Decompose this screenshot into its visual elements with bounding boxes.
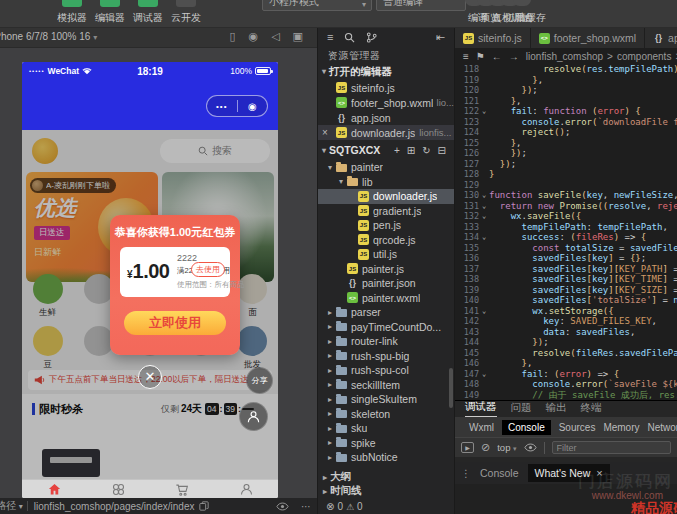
more-tools-icon[interactable] bbox=[461, 468, 471, 479]
tab-profile[interactable] bbox=[214, 482, 278, 497]
collapse-all-icon[interactable] bbox=[438, 145, 446, 156]
clear-console-icon[interactable] bbox=[481, 441, 490, 454]
tree-item-router-link[interactable]: ▸router-link bbox=[318, 334, 454, 349]
path-mode-dropdown[interactable]: 路径 bbox=[0, 499, 23, 513]
tree-item-subNotice[interactable]: ▸subNotice bbox=[318, 450, 454, 465]
debugger-tab-调试器[interactable]: 调试器 bbox=[465, 400, 497, 417]
window-icon[interactable] bbox=[293, 30, 303, 43]
customer-service-fab[interactable] bbox=[239, 402, 268, 431]
debugger-tab-输出[interactable]: 输出 bbox=[546, 401, 567, 417]
tree-item-spike[interactable]: ▸spike bbox=[318, 436, 454, 451]
tree-item-gradient.js[interactable]: JSgradient.js bbox=[318, 204, 454, 219]
more-icon[interactable] bbox=[301, 501, 311, 512]
more-menu-icon[interactable] bbox=[207, 102, 237, 111]
fold-icon[interactable]: ⌄ bbox=[479, 190, 489, 201]
eye-icon[interactable] bbox=[276, 502, 289, 511]
tree-item-qrcode.js[interactable]: JSqrcode.js bbox=[318, 233, 454, 248]
devtools-tab-console[interactable]: Console bbox=[502, 420, 551, 435]
open-editor-app.json[interactable]: {}app.json bbox=[318, 110, 454, 125]
context-selector[interactable]: top bbox=[497, 442, 516, 453]
toolbar-button-simulator[interactable]: 模拟器 bbox=[55, 0, 89, 28]
device-selector[interactable]: iPhone 6/7/8 100% 16 bbox=[0, 31, 97, 42]
use-now-button[interactable]: 立即使用 bbox=[124, 311, 226, 335]
problems-status[interactable]: 0 0 bbox=[318, 499, 454, 514]
share-fab[interactable]: 分享 bbox=[246, 367, 273, 394]
new-file-icon[interactable] bbox=[394, 145, 400, 156]
fold-icon[interactable]: ⌄ bbox=[479, 106, 489, 117]
open-editor-siteinfo.js[interactable]: JSsiteinfo.js bbox=[318, 80, 454, 95]
console-drawer-tab[interactable]: Console bbox=[480, 467, 519, 479]
code-area[interactable]: 118 resolve(res.tempFilePath);119 },120 … bbox=[455, 64, 677, 400]
tree-item-downloader.js[interactable]: JSdownloader.js bbox=[318, 189, 454, 204]
new-folder-icon[interactable] bbox=[407, 145, 415, 156]
editor-tab-footer_shop.wxml[interactable]: <>footer_shop.wxml bbox=[531, 28, 645, 48]
mode-dropdown[interactable]: 小程序模式 bbox=[262, 0, 372, 11]
refresh-icon[interactable] bbox=[422, 145, 430, 156]
tree-item-painter[interactable]: ▾painter bbox=[318, 160, 454, 175]
bookmark-icon[interactable] bbox=[476, 51, 485, 62]
tab-category[interactable] bbox=[86, 482, 150, 497]
fold-icon[interactable]: ⌄ bbox=[479, 232, 489, 243]
go-use-button[interactable]: 去使用 bbox=[191, 262, 225, 277]
tree-item-painter.json[interactable]: {}painter.json bbox=[318, 276, 454, 291]
compile-dropdown[interactable]: 普通编译 bbox=[376, 0, 466, 11]
exit-icon[interactable] bbox=[238, 101, 268, 112]
toolbar-button-editor[interactable]: 编辑器 bbox=[93, 0, 127, 28]
collapse-panel-icon[interactable] bbox=[436, 31, 445, 44]
editor-tab-app.json[interactable]: {}app.json bbox=[645, 28, 677, 48]
toolbar-button-debugger[interactable]: 调试器 bbox=[131, 0, 165, 28]
tree-item-skeleton[interactable]: ▸skeleton bbox=[318, 407, 454, 422]
fold-icon[interactable]: ⌄ bbox=[479, 306, 489, 317]
tree-item-painter.wxml[interactable]: <>painter.wxml bbox=[318, 291, 454, 306]
debugger-tab-问题[interactable]: 问题 bbox=[511, 401, 532, 417]
console-sidebar-icon[interactable] bbox=[461, 442, 474, 453]
open-editors-header[interactable]: 打开的编辑器 bbox=[318, 64, 454, 79]
tab-cart[interactable] bbox=[150, 482, 214, 497]
breadcrumb-segment[interactable]: lionfish_comshop bbox=[526, 51, 603, 62]
sound-icon[interactable] bbox=[271, 30, 279, 43]
breadcrumb-segment[interactable]: components bbox=[617, 51, 671, 62]
popup-close-button[interactable] bbox=[138, 365, 162, 389]
editor-tab-siteinfo.js[interactable]: JSsiteinfo.js bbox=[455, 28, 531, 48]
back-icon[interactable] bbox=[492, 51, 502, 62]
tree-item-seckillItem[interactable]: ▸seckillItem bbox=[318, 378, 454, 393]
open-editor-downloader.js[interactable]: ×JSdownloader.jslionfis... bbox=[318, 125, 454, 140]
console-filter-input[interactable] bbox=[552, 441, 671, 454]
record-icon[interactable] bbox=[249, 30, 259, 43]
forward-icon[interactable] bbox=[509, 51, 519, 62]
fold-icon[interactable]: ⌄ bbox=[479, 211, 489, 222]
tree-item-payTimeCountDo...[interactable]: ▸payTimeCountDo... bbox=[318, 320, 454, 335]
timeline-section[interactable]: 时间线 bbox=[318, 484, 454, 498]
copy-icon[interactable] bbox=[199, 501, 209, 511]
tree-item-rush-spu-col[interactable]: ▸rush-spu-col bbox=[318, 363, 454, 378]
open-editor-footer_shop.wxml[interactable]: <>footer_shop.wxmllio... bbox=[318, 95, 454, 110]
project-header[interactable]: SQTGXCX bbox=[318, 142, 454, 158]
fold-icon[interactable]: ⌄ bbox=[479, 369, 489, 380]
explorer-scrollbar[interactable] bbox=[449, 368, 453, 408]
devtools-tab-wxml[interactable]: Wxml bbox=[469, 422, 494, 433]
tree-item-singleSkuItem[interactable]: ▸singleSkuItem bbox=[318, 392, 454, 407]
eye-icon[interactable] bbox=[524, 443, 537, 452]
debugger-tab-终端[interactable]: 终端 bbox=[581, 401, 602, 417]
outline-section[interactable]: 大纲 bbox=[318, 470, 454, 484]
toolbar-button-clear-cache[interactable]: 清缓存 bbox=[516, 0, 528, 28]
devtools-tab-network[interactable]: Network bbox=[648, 422, 677, 433]
tree-item-sku[interactable]: ▸sku bbox=[318, 421, 454, 436]
list-icon[interactable] bbox=[463, 51, 469, 62]
devtools-tab-sources[interactable]: Sources bbox=[559, 422, 596, 433]
git-branch-icon[interactable] bbox=[366, 32, 377, 43]
tree-item-rush-spu-big[interactable]: ▸rush-spu-big bbox=[318, 349, 454, 364]
fold-icon[interactable]: ⌄ bbox=[479, 201, 489, 212]
search-icon[interactable] bbox=[344, 32, 355, 43]
close-icon[interactable]: × bbox=[322, 127, 332, 138]
tab-home[interactable] bbox=[22, 482, 86, 497]
tree-item-parser[interactable]: ▸parser bbox=[318, 305, 454, 320]
devtools-tab-memory[interactable]: Memory bbox=[603, 422, 639, 433]
tree-item-util.js[interactable]: JSutil.js bbox=[318, 247, 454, 262]
toolbar-button-cloud-dev[interactable]: 云开发 bbox=[169, 0, 203, 28]
tree-item-lib[interactable]: ▾lib bbox=[318, 175, 454, 190]
tree-item-pen.js[interactable]: JSpen.js bbox=[318, 218, 454, 233]
tree-item-painter.js[interactable]: JSpainter.js bbox=[318, 262, 454, 277]
menu-icon[interactable] bbox=[327, 31, 333, 43]
device-frame-icon[interactable] bbox=[229, 30, 235, 43]
